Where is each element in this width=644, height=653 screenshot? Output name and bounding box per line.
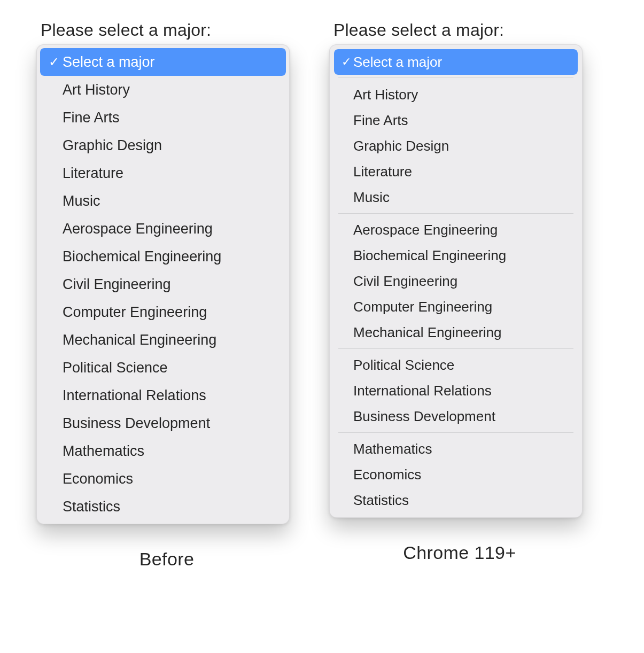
option-item[interactable]: ✓Political Science bbox=[334, 352, 578, 378]
option-label: Select a major bbox=[63, 54, 155, 71]
option-item[interactable]: ✓Literature bbox=[334, 159, 578, 184]
option-label: Economics bbox=[63, 471, 133, 487]
option-label: Graphic Design bbox=[63, 137, 162, 154]
option-item[interactable]: ✓Mathematics bbox=[334, 436, 578, 462]
group-separator bbox=[338, 348, 573, 349]
option-item[interactable]: ✓Mechanical Engineering bbox=[334, 320, 578, 345]
option-item[interactable]: ✓Music bbox=[40, 187, 286, 215]
option-label: Economics bbox=[353, 467, 421, 483]
option-item[interactable]: ✓Art History bbox=[40, 76, 286, 104]
select-label: Please select a major: bbox=[333, 20, 590, 40]
option-label: Literature bbox=[63, 165, 123, 182]
option-item[interactable]: ✓Biochemical Engineering bbox=[334, 243, 578, 268]
option-label: Music bbox=[63, 193, 100, 209]
option-label: Select a major bbox=[353, 54, 442, 71]
before-column: Please select a major: ✓ Select a major … bbox=[36, 20, 297, 570]
group-separator bbox=[338, 432, 573, 433]
option-item[interactable]: ✓Computer Engineering bbox=[334, 294, 578, 320]
option-label: Business Development bbox=[353, 408, 495, 425]
option-item[interactable]: ✓Art History bbox=[334, 82, 578, 107]
option-item[interactable]: ✓Graphic Design bbox=[40, 131, 286, 159]
after-column: Please select a major: ✓ Select a major … bbox=[329, 20, 590, 563]
option-label: Mathematics bbox=[353, 441, 432, 457]
option-item[interactable]: ✓Biochemical Engineering bbox=[40, 243, 286, 270]
option-label: Political Science bbox=[353, 357, 454, 374]
option-item[interactable]: ✓Aerospace Engineering bbox=[334, 217, 578, 243]
option-placeholder[interactable]: ✓ Select a major bbox=[40, 48, 286, 76]
option-label: Civil Engineering bbox=[353, 273, 457, 290]
option-label: Graphic Design bbox=[353, 138, 449, 154]
option-label: Business Development bbox=[63, 415, 210, 432]
option-label: Aerospace Engineering bbox=[63, 221, 213, 237]
option-item[interactable]: ✓Political Science bbox=[40, 354, 286, 382]
option-item[interactable]: ✓Civil Engineering bbox=[334, 268, 578, 294]
option-label: Aerospace Engineering bbox=[353, 222, 498, 238]
option-item[interactable]: ✓Business Development bbox=[334, 403, 578, 429]
select-label: Please select a major: bbox=[41, 20, 297, 40]
option-item[interactable]: ✓Statistics bbox=[334, 487, 578, 513]
option-item[interactable]: ✓International Relations bbox=[334, 378, 578, 403]
option-item[interactable]: ✓Literature bbox=[40, 159, 286, 187]
option-label: International Relations bbox=[353, 383, 492, 399]
option-label: Mechanical Engineering bbox=[63, 332, 216, 348]
option-item[interactable]: ✓Aerospace Engineering bbox=[40, 215, 286, 243]
option-label: Statistics bbox=[63, 499, 120, 515]
option-label: Fine Arts bbox=[63, 110, 120, 126]
option-label: Political Science bbox=[63, 360, 168, 376]
comparison-stage: Please select a major: ✓ Select a major … bbox=[0, 0, 644, 570]
checkmark-icon: ✓ bbox=[339, 56, 353, 68]
option-label: Mathematics bbox=[63, 443, 144, 460]
option-item[interactable]: ✓Civil Engineering bbox=[40, 270, 286, 298]
option-item[interactable]: ✓Statistics bbox=[40, 493, 286, 520]
option-label: Statistics bbox=[353, 492, 409, 509]
group-separator bbox=[338, 213, 573, 214]
option-item[interactable]: ✓International Relations bbox=[40, 382, 286, 409]
option-label: Computer Engineering bbox=[353, 299, 492, 315]
option-item[interactable]: ✓Economics bbox=[334, 462, 578, 487]
option-label: Computer Engineering bbox=[63, 304, 207, 321]
option-label: Civil Engineering bbox=[63, 276, 171, 293]
option-label: Art History bbox=[63, 82, 130, 98]
option-item[interactable]: ✓Music bbox=[334, 184, 578, 210]
option-item[interactable]: ✓Computer Engineering bbox=[40, 298, 286, 326]
caption-after: Chrome 119+ bbox=[329, 542, 590, 563]
group-separator bbox=[338, 77, 573, 77]
option-item[interactable]: ✓Economics bbox=[40, 465, 286, 493]
option-label: Biochemical Engineering bbox=[353, 247, 506, 264]
option-label: Music bbox=[353, 189, 390, 206]
option-label: Mechanical Engineering bbox=[353, 324, 502, 341]
option-label: Biochemical Engineering bbox=[63, 248, 221, 265]
option-item[interactable]: ✓Graphic Design bbox=[334, 133, 578, 159]
option-item[interactable]: ✓Fine Arts bbox=[334, 107, 578, 133]
select-popup-after[interactable]: ✓ Select a major ✓Art History✓Fine Arts✓… bbox=[329, 44, 583, 518]
option-placeholder[interactable]: ✓ Select a major bbox=[334, 49, 578, 75]
option-label: Art History bbox=[353, 87, 418, 103]
checkmark-icon: ✓ bbox=[45, 56, 63, 68]
select-popup-before[interactable]: ✓ Select a major ✓Art History✓Fine Arts✓… bbox=[36, 44, 290, 524]
option-label: Literature bbox=[353, 164, 412, 180]
caption-before: Before bbox=[36, 549, 297, 570]
option-item[interactable]: ✓Fine Arts bbox=[40, 104, 286, 131]
option-label: International Relations bbox=[63, 387, 206, 404]
option-item[interactable]: ✓Mathematics bbox=[40, 437, 286, 465]
option-item[interactable]: ✓Business Development bbox=[40, 409, 286, 437]
option-item[interactable]: ✓Mechanical Engineering bbox=[40, 326, 286, 354]
option-label: Fine Arts bbox=[353, 112, 408, 129]
